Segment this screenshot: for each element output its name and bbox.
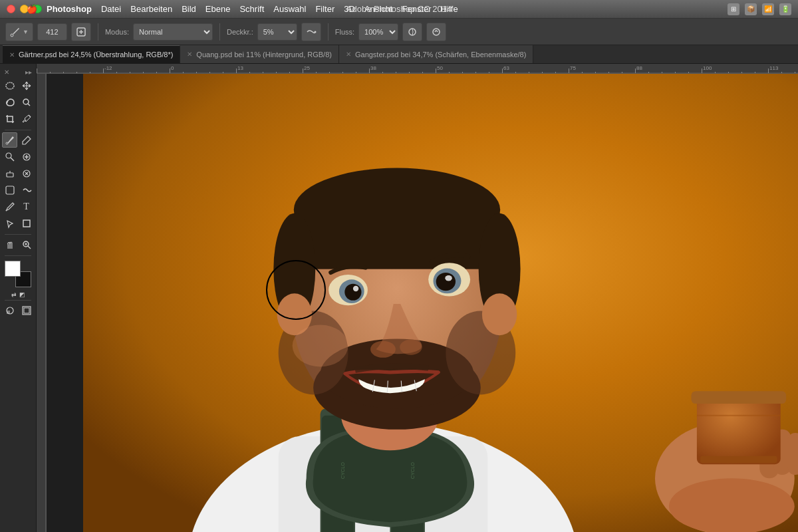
smudge-tool[interactable] bbox=[19, 182, 34, 198]
menu-schrift[interactable]: Schrift bbox=[239, 4, 264, 14]
battery-icon[interactable]: 🔋 bbox=[779, 3, 791, 15]
wifi-icon[interactable]: 📶 bbox=[762, 3, 774, 15]
svg-point-0 bbox=[11, 34, 13, 37]
canvas-area[interactable]: CYCLO CYCLO bbox=[83, 74, 798, 532]
type-tool[interactable]: T bbox=[19, 199, 34, 214]
main-area: /* ticks rendered via JS */ -12013253850… bbox=[0, 64, 798, 532]
modus-label: Modus: bbox=[105, 28, 129, 36]
brush-size-input[interactable] bbox=[37, 23, 67, 41]
lasso-tool[interactable] bbox=[2, 94, 17, 110]
tool-row-blur bbox=[0, 182, 36, 198]
brush-tool[interactable] bbox=[2, 132, 17, 148]
magic-eraser-tool[interactable] bbox=[19, 166, 34, 181]
color-mini-controls: ⇄ ◩ bbox=[11, 291, 25, 298]
tool-row-crop bbox=[0, 111, 36, 126]
foreground-color-swatch[interactable] bbox=[5, 261, 21, 277]
tool-row-quick-mask bbox=[0, 303, 36, 318]
rectangle-tool[interactable] bbox=[19, 215, 34, 231]
tab-gaertner[interactable]: ✕ Gärtner.psd bei 24,5% (Überstrahlung, … bbox=[3, 45, 180, 63]
airbrush-icon[interactable] bbox=[301, 23, 321, 41]
menu-photoshop[interactable]: Photoshop bbox=[47, 4, 92, 14]
separator-2 bbox=[219, 23, 220, 41]
tab-gangster[interactable]: ✕ Gangster.psd bei 34,7% (Schärfen, Eben… bbox=[339, 45, 533, 63]
tool-row-marquee bbox=[0, 78, 36, 93]
menu-bild[interactable]: Bild bbox=[182, 4, 196, 14]
path-selection-tool[interactable] bbox=[2, 215, 17, 231]
pencil-tool[interactable] bbox=[19, 132, 34, 148]
brush-mode-icon[interactable] bbox=[71, 23, 91, 41]
tab-close-3[interactable]: ✕ bbox=[346, 51, 351, 58]
menu-bearbeiten[interactable]: Bearbeiten bbox=[130, 4, 172, 14]
svg-rect-66 bbox=[692, 391, 787, 404]
move-tool[interactable] bbox=[19, 78, 34, 93]
opacity-select[interactable]: 5% 10% 25% 50% 75% 100% bbox=[257, 23, 297, 41]
svg-rect-13 bbox=[7, 173, 13, 177]
tab-quang[interactable]: ✕ Quang.psd bei 11% (Hintergrund, RGB/8) bbox=[180, 45, 339, 63]
toolbox: ✕ ▸▸ bbox=[0, 64, 37, 532]
tab-label-1: Gärtner.psd bei 24,5% (Überstrahlung, RG… bbox=[19, 51, 173, 59]
tab-close-2[interactable]: ✕ bbox=[187, 51, 192, 58]
modus-select[interactable]: Normal Aufhellen Abdunkeln Überstrahlung… bbox=[133, 23, 213, 41]
toolbox-header: ✕ ▸▸ bbox=[0, 66, 36, 78]
opacity-label: Deckkr.: bbox=[227, 28, 253, 36]
svg-text:CYCLO: CYCLO bbox=[340, 462, 346, 479]
tool-row-hand bbox=[0, 237, 36, 252]
window-title: Adobe Photoshop CC 2014 bbox=[346, 4, 452, 14]
elliptical-marquee-tool[interactable] bbox=[2, 78, 17, 93]
tablet-pressure-icon[interactable] bbox=[402, 23, 422, 41]
clone-stamp-tool[interactable] bbox=[2, 149, 17, 164]
svg-rect-63 bbox=[787, 433, 798, 475]
photo-canvas: CYCLO CYCLO bbox=[83, 74, 798, 532]
svg-point-52 bbox=[445, 275, 452, 281]
separator-tools-1 bbox=[5, 130, 31, 130]
svg-point-9 bbox=[23, 99, 29, 104]
zoom-tool[interactable] bbox=[19, 237, 34, 252]
close-toolbox-icon[interactable]: ✕ bbox=[4, 68, 9, 76]
crop-tool[interactable] bbox=[2, 111, 17, 126]
apple-menu[interactable]: 🍎 bbox=[27, 4, 37, 14]
notifications-icon[interactable]: ⊞ bbox=[728, 3, 739, 15]
svg-point-4 bbox=[433, 29, 440, 35]
svg-point-51 bbox=[436, 273, 456, 291]
smoothing-icon[interactable] bbox=[426, 23, 446, 41]
swap-colors-icon[interactable]: ⇄ bbox=[11, 291, 17, 298]
tab-label-2: Quang.psd bei 11% (Hintergrund, RGB/8) bbox=[196, 51, 332, 59]
default-colors-icon[interactable]: ◩ bbox=[19, 291, 25, 298]
menu-auswahl[interactable]: Auswahl bbox=[273, 4, 306, 14]
title-bar: 🍎 Photoshop Datei Bearbeiten Bild Ebene … bbox=[0, 0, 798, 19]
blur-tool[interactable] bbox=[2, 182, 17, 198]
tool-row-pen: T bbox=[0, 199, 36, 214]
quick-select-tool[interactable] bbox=[19, 94, 34, 110]
menu-ebene[interactable]: Ebene bbox=[205, 4, 231, 14]
svg-rect-68 bbox=[700, 456, 777, 463]
menu-datei[interactable]: Datei bbox=[101, 4, 121, 14]
flow-select[interactable]: 100% 75% 50% 25% bbox=[358, 23, 398, 41]
svg-rect-36 bbox=[294, 213, 500, 269]
svg-point-2 bbox=[314, 31, 316, 33]
svg-rect-65 bbox=[697, 394, 781, 464]
quick-mask-icon[interactable] bbox=[2, 303, 17, 318]
brush-tool-button[interactable]: ▼ bbox=[5, 23, 33, 41]
menu-filter[interactable]: Filter bbox=[315, 4, 334, 14]
tab-close-1[interactable]: ✕ bbox=[9, 51, 15, 59]
eraser-tool[interactable] bbox=[2, 166, 17, 181]
close-button[interactable] bbox=[7, 5, 15, 13]
flow-label: Fluss: bbox=[335, 28, 354, 36]
ruler-horizontal: /* ticks rendered via JS */ -12013253850… bbox=[37, 64, 798, 74]
canvas-image: CYCLO CYCLO bbox=[83, 74, 798, 532]
svg-point-53 bbox=[370, 341, 396, 358]
eyedropper-tool[interactable] bbox=[19, 111, 34, 126]
svg-point-44 bbox=[482, 293, 517, 335]
tab-label-3: Gangster.psd bei 34,7% (Schärfen, Ebenen… bbox=[355, 51, 526, 59]
separator-1 bbox=[98, 23, 98, 41]
collapse-toolbox-icon[interactable]: ▸▸ bbox=[25, 68, 32, 76]
tabs-bar: ✕ Gärtner.psd bei 24,5% (Überstrahlung, … bbox=[0, 45, 798, 64]
screen-mode-icon[interactable] bbox=[19, 303, 34, 318]
dropbox-icon[interactable]: 📦 bbox=[745, 3, 757, 15]
separator-tools-3 bbox=[5, 255, 31, 256]
hand-tool[interactable] bbox=[2, 237, 17, 252]
svg-rect-17 bbox=[23, 220, 30, 227]
healing-brush-tool[interactable] bbox=[19, 149, 34, 164]
pen-tool[interactable] bbox=[2, 199, 17, 214]
svg-rect-15 bbox=[6, 186, 14, 194]
